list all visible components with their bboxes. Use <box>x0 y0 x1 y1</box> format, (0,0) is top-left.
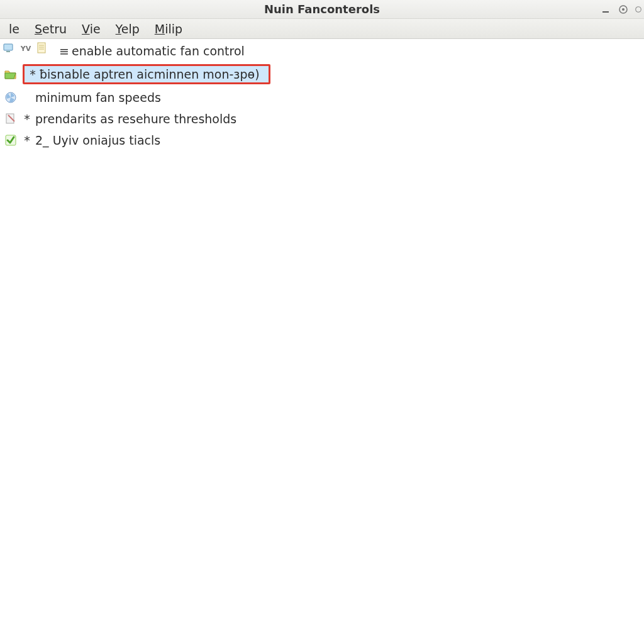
asterisk-icon: * <box>23 133 31 147</box>
svg-rect-11 <box>6 114 14 123</box>
fan-icon <box>3 89 19 106</box>
option-list: ≡ enable automatic fan control * ƀisnabl… <box>0 40 644 151</box>
menu-vie[interactable]: Vie <box>74 21 108 37</box>
tag-icon[interactable]: YV <box>19 42 33 55</box>
check-icon <box>3 132 19 148</box>
list-item[interactable]: * 2_ Uyiv oniajus tiacls <box>1 130 643 151</box>
svg-point-2 <box>622 8 625 11</box>
close-button[interactable] <box>635 4 641 15</box>
list-item-label: minimum fan speeds <box>35 91 161 104</box>
menu-milip[interactable]: Milip <box>147 21 190 37</box>
monitor-icon[interactable] <box>3 42 16 55</box>
hamburger-icon: ≡ <box>59 44 68 58</box>
menu-label: le <box>9 22 19 36</box>
menubar: le Setru Vie Yelp Milip <box>0 19 644 39</box>
minimize-button[interactable] <box>600 4 611 15</box>
menu-setru[interactable]: Setru <box>27 21 74 37</box>
list-item-label: enable automatic fan control <box>72 44 245 58</box>
window-controls <box>600 0 641 18</box>
list-item-label: 2_ Uyiv oniajus tiacls <box>35 133 160 147</box>
maximize-button[interactable] <box>618 4 629 15</box>
list-item-label: prendarits as resehure thresholds <box>35 112 236 126</box>
document-icon[interactable] <box>35 42 49 55</box>
titlebar: Nuin Fanconterols <box>0 0 644 19</box>
list-item-label: ƀisnable aptren aicminnen mon-ɜpɵ) <box>40 67 260 81</box>
svg-point-3 <box>636 6 641 12</box>
asterisk-icon: * <box>28 67 37 81</box>
list-item[interactable]: ≡ enable automatic fan control <box>1 40 643 62</box>
folder-open-icon <box>3 66 19 82</box>
list-item-selected[interactable]: * ƀisnable aptren aicminnen mon-ɜpɵ) <box>14 62 643 87</box>
svg-rect-4 <box>4 44 13 50</box>
menu-yelp[interactable]: Yelp <box>108 21 147 37</box>
list-item[interactable]: * prendarits as resehure thresholds <box>1 108 643 130</box>
menu-file[interactable]: le <box>1 21 27 37</box>
window-title: Nuin Fanconterols <box>0 3 644 16</box>
asterisk-icon: * <box>23 112 31 126</box>
svg-rect-6 <box>38 43 45 53</box>
list-item[interactable]: minimum fan speeds <box>1 87 643 108</box>
svg-rect-5 <box>6 51 10 52</box>
note-icon <box>3 111 19 127</box>
